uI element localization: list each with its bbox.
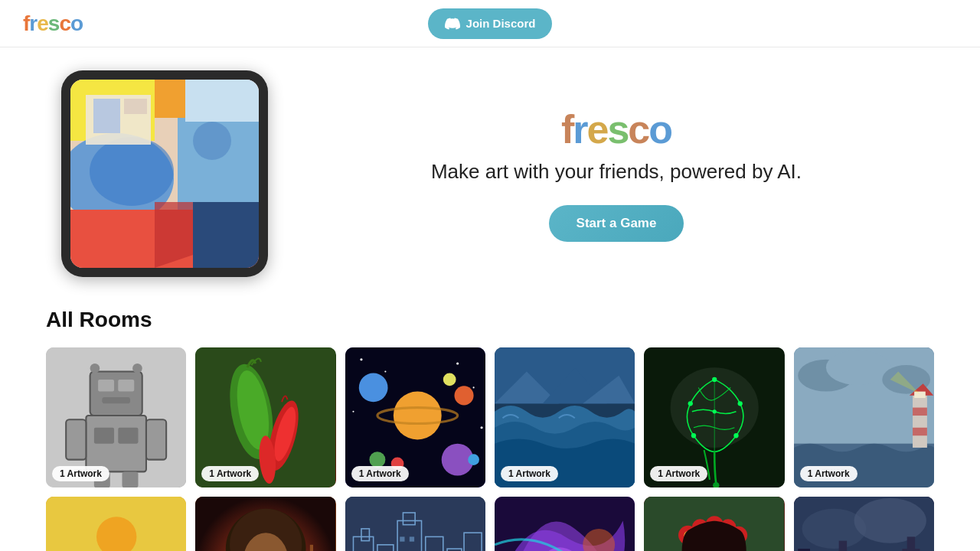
svg-point-58 [738,401,743,406]
room-card[interactable] [195,497,335,551]
svg-point-59 [734,433,739,438]
artwork-badge: 1 Artwork [650,466,707,481]
svg-point-39 [352,411,354,412]
artwork-badge: 1 Artwork [52,466,109,481]
artwork-badge: 1 Artwork [501,466,558,481]
svg-point-36 [384,370,386,372]
svg-rect-24 [90,364,100,373]
room-art-skyline [794,497,934,551]
room-card[interactable]: 1 Artwork [195,347,335,487]
room-card[interactable]: 1 Artwork [345,347,485,487]
svg-rect-26 [94,428,114,444]
svg-point-47 [443,373,456,386]
room-card[interactable]: 1 Artwork [794,347,934,487]
room-art-abstract [495,497,635,551]
svg-rect-12 [155,80,185,118]
svg-rect-5 [93,99,120,133]
svg-point-40 [480,426,482,429]
room-card[interactable] [794,497,934,551]
artwork-badge: 1 Artwork [351,466,409,481]
svg-rect-11 [193,202,259,268]
svg-rect-75 [913,428,927,435]
svg-point-67 [826,350,890,385]
rooms-section: All Rooms 1 Artwork [0,300,980,551]
svg-rect-21 [146,419,166,459]
rooms-grid: 1 Artwork 1 Artwork [46,347,934,551]
hero-section: fresco Make art with your friends, power… [0,47,980,300]
room-art-musician [195,497,335,551]
svg-rect-138 [906,537,914,551]
room-art-cityscape [345,497,485,551]
discord-button-label: Join Discord [466,17,536,30]
svg-rect-107 [409,537,413,542]
svg-rect-106 [400,537,404,542]
discord-icon [445,16,460,31]
svg-point-62 [713,409,717,413]
hero-artwork [70,80,259,268]
svg-point-35 [360,358,362,360]
room-card[interactable] [46,497,186,551]
rooms-section-title: All Rooms [46,308,934,332]
start-game-button[interactable]: Start a Game [549,205,684,242]
svg-rect-16 [98,380,114,392]
svg-point-61 [688,401,693,406]
room-card[interactable] [495,497,635,551]
svg-point-13 [193,122,231,160]
svg-rect-23 [122,471,139,487]
artwork-badge: 1 Artwork [800,466,858,481]
svg-rect-9 [185,80,259,122]
svg-point-128 [854,498,926,543]
room-card[interactable]: 1 Artwork [644,347,784,487]
svg-rect-70 [913,396,927,448]
svg-rect-72 [914,392,926,398]
svg-rect-74 [913,408,927,416]
svg-rect-18 [102,397,130,403]
svg-point-43 [358,373,387,403]
svg-rect-6 [124,99,147,114]
svg-rect-27 [118,428,138,444]
svg-rect-25 [132,364,142,373]
artwork-badge: 1 Artwork [201,466,259,481]
hero-content: fresco Make art with your friends, power… [314,106,919,242]
svg-point-49 [468,454,479,465]
svg-point-57 [712,377,717,382]
room-art-landscape [46,497,186,551]
room-card[interactable] [345,497,485,551]
svg-rect-15 [90,371,142,416]
svg-point-60 [691,433,696,438]
svg-point-44 [454,386,473,405]
hero-tagline: Make art with your friends, powered by A… [431,160,802,184]
svg-point-41 [394,392,442,440]
header: fresco Join Discord [0,0,980,47]
svg-rect-133 [838,541,846,551]
svg-point-46 [369,452,385,468]
svg-point-37 [456,362,459,364]
room-card[interactable]: 1 Artwork [46,347,186,487]
svg-point-3 [90,137,174,206]
svg-rect-17 [118,380,134,392]
join-discord-button[interactable]: Join Discord [428,8,553,39]
room-art-portrait [644,497,784,551]
svg-rect-92 [310,545,313,551]
header-logo: fresco [23,11,83,36]
room-card[interactable]: 1 Artwork [495,347,635,487]
hero-image-frame [61,70,268,277]
hero-brand-name: fresco [561,106,671,152]
room-card[interactable] [644,497,784,551]
svg-rect-19 [86,416,146,471]
svg-point-38 [472,386,474,388]
svg-rect-20 [66,419,86,459]
hero-art-svg [70,80,259,268]
